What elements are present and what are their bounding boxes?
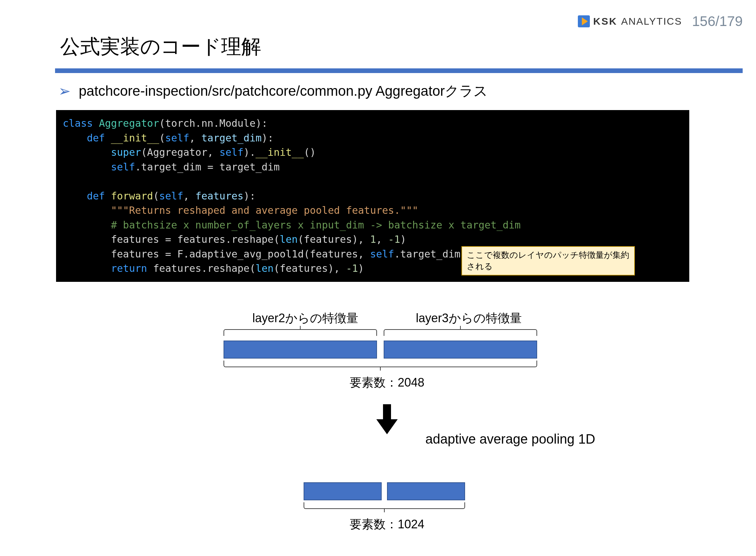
element-count-after: 要素数：1024 xyxy=(304,516,471,533)
feature-diagram-before: layer2からの特徴量 layer3からの特徴量 要素数：2048 xyxy=(224,310,550,436)
bottom-brace-before xyxy=(224,360,550,370)
brand-logo-icon xyxy=(578,15,590,27)
pooling-label: adaptive average pooling 1D xyxy=(425,431,595,447)
arrow-down-icon xyxy=(224,404,550,436)
header-right: KSK ANALYTICS 156/179 xyxy=(578,13,743,29)
page-counter: 156/179 xyxy=(692,13,743,29)
layer3-label: layer3からの特徴量 xyxy=(416,310,521,326)
svg-marker-2 xyxy=(376,404,398,434)
annotation-note: ここで複数のレイヤのパッチ特徴量が集約される xyxy=(461,246,635,276)
layer2-label: layer2からの特徴量 xyxy=(252,310,358,326)
bottom-brace-after xyxy=(304,502,471,512)
feature-bar-layer2 xyxy=(224,341,377,358)
top-braces xyxy=(224,329,550,339)
bullet-item: ➢ patchcore-inspection/src/patchcore/com… xyxy=(58,82,488,100)
brand-name: KSK ANALYTICS xyxy=(593,16,682,27)
title-underline xyxy=(55,68,743,73)
bullet-arrow-icon: ➢ xyxy=(58,84,71,98)
brand-logo: KSK ANALYTICS xyxy=(578,15,682,27)
feature-bars-after xyxy=(304,482,471,500)
bullet-text: patchcore-inspection/src/patchcore/commo… xyxy=(79,82,488,100)
feature-diagram-after: 要素数：1024 xyxy=(304,480,471,533)
layer-labels: layer2からの特徴量 layer3からの特徴量 xyxy=(224,310,550,326)
feature-bar-after-1 xyxy=(304,482,382,500)
feature-bar-layer3 xyxy=(384,341,537,358)
element-count-before: 要素数：2048 xyxy=(224,375,550,391)
page-title: 公式実装のコード理解 xyxy=(60,33,261,60)
feature-bars-before xyxy=(224,341,550,358)
feature-bar-after-2 xyxy=(387,482,465,500)
